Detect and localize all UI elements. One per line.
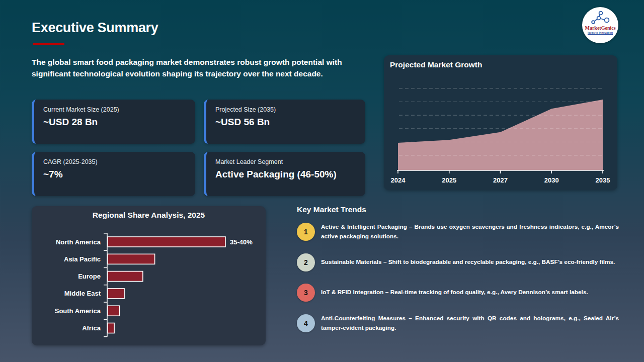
stat-card-value: ~USD 56 Bn bbox=[215, 117, 356, 128]
svg-text:2035: 2035 bbox=[596, 176, 610, 184]
logo-name: MarketGenics bbox=[585, 25, 615, 31]
svg-text:South America: South America bbox=[55, 307, 101, 315]
stat-card-label: Projected Size (2035) bbox=[215, 106, 356, 113]
trend-text-3: IoT & RFID Integration – Real-time track… bbox=[321, 288, 619, 297]
stat-card-label: Current Market Size (2025) bbox=[43, 106, 186, 113]
projected-market-growth-panel: Projected Market Growth 2024202520272030… bbox=[384, 55, 617, 190]
svg-text:Asia Pacific: Asia Pacific bbox=[64, 255, 101, 263]
trends-heading: Key Market Trends bbox=[297, 205, 623, 214]
trend-badge-3: 3 bbox=[297, 284, 315, 302]
svg-text:Africa: Africa bbox=[82, 324, 101, 332]
svg-text:2024: 2024 bbox=[391, 176, 406, 184]
svg-text:35-40%: 35-40% bbox=[230, 238, 253, 246]
regional-share-panel: Regional Share Analysis, 2025 North Amer… bbox=[32, 206, 266, 345]
svg-text:2027: 2027 bbox=[493, 176, 508, 184]
svg-text:Middle East: Middle East bbox=[64, 290, 101, 297]
trend-badge-4: 4 bbox=[297, 314, 315, 332]
trend-text-1: Active & Intelligent Packaging – Brands … bbox=[321, 222, 619, 241]
logo-tagline: Ideas to Innovation bbox=[588, 31, 613, 34]
stat-card-value: Active Packaging (46-50%) bbox=[215, 169, 356, 180]
stat-card-label: Market Leader Segment bbox=[215, 158, 356, 165]
stat-card-label: CAGR (2025-2035) bbox=[43, 158, 186, 165]
stat-card-cagr: CAGR (2025-2035) ~7% bbox=[32, 152, 195, 196]
svg-text:North America: North America bbox=[56, 238, 101, 246]
trend-item-3: 3 IoT & RFID Integration – Real-time tra… bbox=[297, 284, 623, 302]
growth-area-chart: 20242025202720302035 bbox=[384, 69, 617, 190]
trend-badge-2: 2 bbox=[297, 253, 315, 272]
regional-bar-chart: North America35-40%Asia PacificEuropeMid… bbox=[32, 220, 266, 345]
molecule-icon bbox=[589, 11, 611, 26]
page-title: Executive Summary bbox=[32, 20, 158, 36]
trend-badge-1: 1 bbox=[297, 223, 315, 241]
title-underline bbox=[33, 43, 64, 45]
trend-item-2: 2 Sustainable Materials – Shift to biode… bbox=[297, 253, 623, 272]
stat-card-current-market-size: Current Market Size (2025) ~USD 28 Bn bbox=[32, 100, 195, 144]
stat-card-value: ~USD 28 Bn bbox=[43, 117, 186, 128]
marketgenics-logo: MarketGenics Ideas to Innovation bbox=[582, 7, 618, 43]
svg-text:Europe: Europe bbox=[78, 273, 101, 280]
stat-card-projected-size: Projected Size (2035) ~USD 56 Bn bbox=[204, 100, 365, 144]
intro-text: The global smart food packaging market d… bbox=[32, 56, 370, 80]
trend-item-1: 1 Active & Intelligent Packaging – Brand… bbox=[297, 222, 623, 241]
trend-text-2: Sustainable Materials – Shift to biodegr… bbox=[321, 257, 619, 267]
trend-text-4: Anti-Counterfeiting Measures – Enhanced … bbox=[321, 314, 619, 333]
regional-chart-title: Regional Share Analysis, 2025 bbox=[32, 206, 266, 220]
growth-chart-title: Projected Market Growth bbox=[384, 55, 617, 69]
stat-card-value: ~7% bbox=[43, 169, 186, 180]
key-market-trends-section: Key Market Trends 1 Active & Intelligent… bbox=[297, 205, 623, 345]
trend-item-4: 4 Anti-Counterfeiting Measures – Enhance… bbox=[297, 314, 623, 333]
svg-text:2025: 2025 bbox=[442, 176, 456, 184]
svg-text:2030: 2030 bbox=[544, 176, 559, 184]
stat-card-market-leader: Market Leader Segment Active Packaging (… bbox=[204, 152, 365, 196]
